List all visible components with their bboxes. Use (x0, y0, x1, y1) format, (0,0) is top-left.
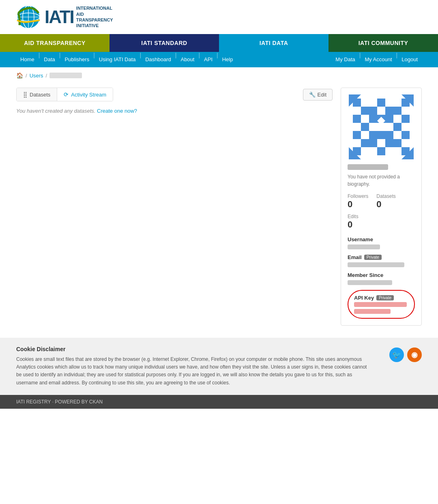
logo-area: IATI INTERNATIONAL AID TRANSPARENCY INIT… (16, 5, 113, 29)
logo-text-block: INTERNATIONAL AID TRANSPARENCY INITIATIV… (76, 5, 113, 28)
api-key-value (354, 302, 408, 314)
second-nav-right: My Data | My Account | Logout (331, 52, 422, 67)
breadcrumb-users[interactable]: Users (30, 73, 43, 79)
globe-icon (16, 5, 41, 29)
top-nav: AID TRANSPARENCY IATI STANDARD IATI DATA… (0, 34, 438, 52)
nav-data[interactable]: Data (40, 52, 59, 67)
datasets-icon: ⣿ (23, 91, 27, 98)
stat-followers: Followers 0 (348, 193, 368, 210)
svg-rect-23 (369, 131, 377, 139)
svg-rect-30 (393, 139, 402, 147)
top-nav-community[interactable]: IATI COMMUNITY (328, 34, 438, 52)
svg-rect-14 (369, 115, 377, 123)
api-key-section: API Key Private (348, 290, 415, 319)
top-nav-aid[interactable]: AID TRANSPARENCY (0, 34, 110, 52)
svg-rect-28 (369, 139, 377, 147)
datasets-label: Datasets (376, 193, 395, 199)
home-icon[interactable]: 🏠 (16, 72, 23, 79)
api-key-private-badge: Private (376, 295, 394, 300)
svg-rect-13 (353, 115, 361, 123)
nav-home[interactable]: Home (16, 52, 39, 67)
svg-rect-32 (377, 147, 385, 155)
stats-row-edits: Edits 0 (348, 214, 415, 230)
logo-letters: IATI (45, 7, 74, 27)
profile-username-bar (348, 164, 415, 170)
edit-button-label: Edit (318, 92, 326, 98)
svg-rect-22 (353, 131, 361, 139)
nav-dashboard[interactable]: Dashboard (141, 52, 175, 67)
svg-rect-12 (393, 107, 402, 115)
rss-icon[interactable]: ◉ (407, 347, 422, 362)
profile-bio: You have not provided a biography. (348, 173, 415, 188)
cookie-body: Cookies are small text files that are st… (16, 356, 373, 387)
profile-field-username: Username (348, 236, 415, 249)
nav-about[interactable]: About (176, 52, 198, 67)
create-dataset-link[interactable]: Create one now? (97, 108, 137, 114)
twitter-bird-icon: 🐦 (392, 350, 401, 359)
tab-datasets-label: Datasets (30, 92, 50, 98)
tab-datasets[interactable]: ⣿ Datasets (17, 88, 57, 101)
second-nav: Home | Data | Publishers | Using IATI Da… (0, 52, 438, 67)
main-content: ⣿ Datasets ⟳ Activity Stream 🔧 Edit You … (0, 84, 438, 338)
nav-publishers[interactable]: Publishers (60, 52, 93, 67)
username-value (348, 244, 415, 249)
nav-my-data[interactable]: My Data (331, 52, 359, 67)
svg-rect-17 (402, 115, 410, 123)
edits-label: Edits (348, 214, 359, 219)
edits-value: 0 (348, 219, 359, 230)
api-key-label: API Key Private (354, 295, 408, 301)
email-private-badge: Private (364, 255, 382, 260)
svg-rect-29 (385, 139, 393, 147)
svg-rect-16 (385, 115, 393, 123)
stat-edits: Edits 0 (348, 214, 359, 230)
logo-text-line1: INTERNATIONAL (76, 5, 113, 11)
stat-datasets: Datasets 0 (376, 193, 395, 210)
breadcrumb: 🏠 / Users / (0, 67, 438, 84)
rss-feed-icon: ◉ (411, 350, 418, 359)
nav-help[interactable]: Help (218, 52, 237, 67)
member-since-label: Member Since (348, 272, 415, 278)
breadcrumb-current (49, 73, 82, 78)
tabs-group: ⣿ Datasets ⟳ Activity Stream (16, 88, 113, 101)
tab-bar-row: ⣿ Datasets ⟳ Activity Stream 🔧 Edit (16, 88, 333, 101)
footer-bottom-text: IATI REGISTRY · POWERED BY CKAN (16, 399, 103, 405)
svg-rect-10 (369, 107, 377, 115)
stats-row: Followers 0 Datasets 0 (348, 193, 415, 210)
svg-rect-27 (361, 139, 369, 147)
logo-text-line4: INITIATIVE (76, 23, 113, 28)
profile-card: You have not provided a biography. Follo… (341, 88, 422, 326)
svg-rect-9 (361, 107, 369, 115)
cookie-text-area: Cookie Disclaimer Cookies are small text… (16, 346, 373, 387)
tab-activity-stream[interactable]: ⟳ Activity Stream (57, 88, 113, 101)
nav-using-iati-data[interactable]: Using IATI Data (95, 52, 140, 67)
no-datasets-text: You haven't created any datasets. (16, 108, 95, 114)
no-datasets-message: You haven't created any datasets. Create… (16, 108, 333, 114)
member-since-value (348, 279, 415, 285)
svg-rect-18 (361, 123, 369, 131)
site-header: IATI INTERNATIONAL AID TRANSPARENCY INIT… (0, 0, 438, 34)
nav-my-account[interactable]: My Account (361, 52, 396, 67)
svg-rect-25 (385, 131, 393, 139)
wrench-icon: 🔧 (309, 92, 316, 98)
nav-api[interactable]: API (200, 52, 217, 67)
footer-bottom: IATI REGISTRY · POWERED BY CKAN (0, 395, 438, 409)
top-nav-standard[interactable]: IATI STANDARD (110, 34, 219, 52)
edit-button[interactable]: 🔧 Edit (303, 89, 333, 101)
logo-text-line2: AID (76, 11, 113, 17)
nav-logout[interactable]: Logout (397, 52, 422, 67)
breadcrumb-sep-1: / (26, 73, 27, 79)
profile-field-email: Email Private (348, 254, 415, 267)
email-label: Email Private (348, 254, 415, 260)
svg-rect-19 (393, 123, 402, 131)
cookie-title: Cookie Disclaimer (16, 346, 373, 352)
second-nav-left: Home | Data | Publishers | Using IATI Da… (16, 52, 237, 67)
datasets-value: 0 (376, 199, 395, 210)
followers-value: 0 (348, 199, 368, 210)
svg-rect-24 (377, 131, 385, 139)
breadcrumb-sep-2: / (46, 73, 47, 79)
top-nav-data[interactable]: IATI DATA (219, 34, 328, 52)
svg-rect-26 (402, 131, 410, 139)
social-icons: 🐦 ◉ (389, 346, 422, 362)
api-key-highlight: API Key Private (348, 290, 415, 319)
twitter-icon[interactable]: 🐦 (389, 347, 404, 362)
